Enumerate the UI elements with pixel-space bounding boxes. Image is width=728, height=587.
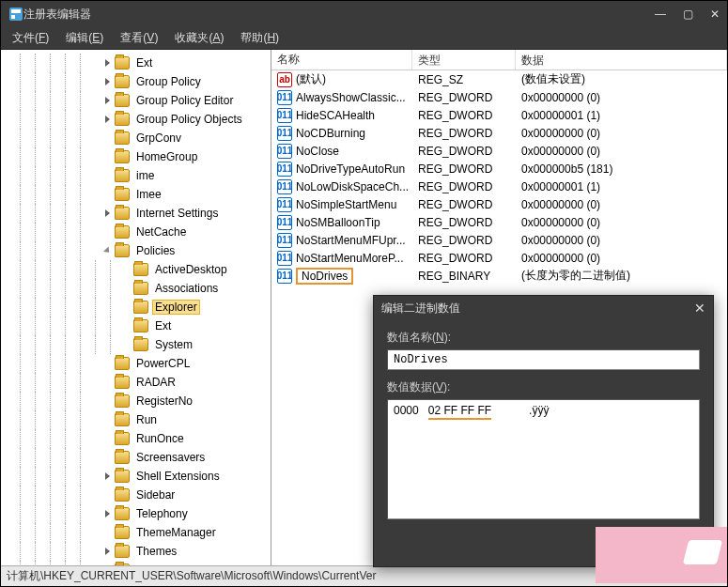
value-row[interactable]: 011NoCloseREG_DWORD0x00000000 (0) (271, 142, 727, 160)
tree-node[interactable]: ThemeManager (1, 523, 271, 542)
collapse-icon[interactable] (102, 246, 113, 256)
value-row[interactable]: 011NoCDBurningREG_DWORD0x00000000 (0) (271, 124, 727, 142)
expand-icon[interactable] (102, 96, 113, 106)
tree-node[interactable]: Uninstall (1, 561, 271, 565)
menu-v[interactable]: 查看(V) (113, 28, 165, 48)
tree-node[interactable]: System (1, 335, 271, 354)
tree-label: Group Policy (133, 74, 204, 89)
value-name: NoSimpleStartMenu (296, 198, 396, 211)
expand-icon[interactable] (102, 58, 113, 69)
tree-node[interactable]: ActiveDesktop (1, 260, 271, 279)
tree-node[interactable]: Associations (1, 279, 271, 298)
dialog-close-button[interactable]: ✕ (694, 301, 705, 316)
expand-icon[interactable] (102, 471, 113, 482)
tree-label: Sidebar (133, 487, 178, 502)
tree-node[interactable]: Group Policy Objects (1, 110, 271, 129)
hex-editor[interactable]: 0000 02 FF FF FF .ÿÿÿ (387, 399, 700, 519)
tree-pane[interactable]: ExtGroup PolicyGroup Policy EditorGroup … (1, 50, 271, 565)
tree-spacer (102, 453, 113, 463)
tree-label: Explorer (152, 300, 200, 315)
value-type: REG_DWORD (412, 91, 516, 104)
window-title: 注册表编辑器 (23, 7, 655, 23)
col-type[interactable]: 类型 (412, 50, 516, 70)
binary-value-icon: 011 (277, 108, 292, 123)
menu-f[interactable]: 文件(F) (5, 28, 56, 48)
tree-spacer (102, 359, 113, 369)
menu-a[interactable]: 收藏夹(A) (167, 28, 231, 48)
expand-icon[interactable] (102, 547, 113, 557)
folder-icon (115, 169, 130, 182)
tree-node[interactable]: Imee (1, 185, 271, 204)
value-name: (默认) (296, 71, 326, 87)
value-data: 0x00000000 (0) (516, 127, 727, 140)
tree-node[interactable]: Group Policy Editor (1, 91, 271, 110)
expand-icon[interactable] (102, 209, 113, 219)
tree-label: System (152, 337, 195, 352)
tree-node[interactable]: Explorer (1, 298, 271, 317)
value-type: REG_DWORD (412, 216, 516, 229)
col-data[interactable]: 数据 (516, 50, 727, 70)
tree-node[interactable]: Internet Settings (1, 204, 271, 223)
expand-icon[interactable] (102, 509, 113, 519)
tree-node[interactable]: Screensavers (1, 448, 271, 467)
tree-node[interactable]: Sidebar (1, 486, 271, 504)
close-button[interactable]: ✕ (710, 8, 720, 21)
tree-label: Associations (152, 281, 221, 296)
value-row[interactable]: 011NoDrivesREG_BINARY(长度为零的二进制值) (271, 267, 727, 285)
value-row[interactable]: ab(默认)REG_SZ(数值未设置) (271, 70, 727, 88)
folder-icon (115, 94, 130, 107)
tree-node[interactable]: Shell Extensions (1, 467, 271, 486)
value-data: (数值未设置) (516, 71, 727, 87)
tree-node[interactable]: GrpConv (1, 129, 271, 147)
tree-node[interactable]: ime (1, 166, 271, 185)
tree-spacer (102, 396, 113, 407)
tree-spacer (102, 434, 113, 444)
tree-node[interactable]: NetCache (1, 223, 271, 241)
expand-icon[interactable] (102, 115, 113, 125)
value-row[interactable]: 011NoSimpleStartMenuREG_DWORD0x00000000 … (271, 195, 727, 213)
tree-node[interactable]: Policies (1, 241, 271, 260)
value-row[interactable]: 011NoSMBalloonTipREG_DWORD0x00000000 (0) (271, 213, 727, 231)
folder-icon (115, 244, 130, 257)
binary-value-icon: 011 (277, 162, 292, 177)
tree-node[interactable]: RegisterNo (1, 392, 271, 410)
minimize-button[interactable]: — (655, 8, 666, 21)
value-type: REG_DWORD (412, 127, 516, 140)
value-row[interactable]: 011AlwaysShowClassic...REG_DWORD0x000000… (271, 88, 727, 106)
tree-node[interactable]: RunOnce (1, 429, 271, 448)
value-row[interactable]: 011NoStartMenuMFUpr...REG_DWORD0x0000000… (271, 231, 727, 249)
maximize-button[interactable]: ▢ (683, 8, 693, 21)
value-type: REG_DWORD (412, 252, 516, 265)
tree-node[interactable]: Group Policy (1, 72, 271, 91)
tree-node[interactable]: Themes (1, 542, 271, 561)
value-name-input[interactable] (387, 349, 700, 370)
svg-rect-1 (11, 9, 21, 13)
value-row[interactable]: 011NoLowDiskSpaceCh...REG_DWORD0x0000000… (271, 178, 727, 195)
binary-value-icon: 011 (277, 233, 292, 248)
tree-node[interactable]: Telephony (1, 504, 271, 523)
tree-node[interactable]: PowerCPL (1, 354, 271, 373)
value-row[interactable]: 011NoStartMenuMoreP...REG_DWORD0x0000000… (271, 249, 727, 267)
menu-h[interactable]: 帮助(H) (233, 28, 287, 48)
tree-node[interactable]: RADAR (1, 373, 271, 392)
value-type: REG_DWORD (412, 198, 516, 211)
folder-icon (133, 338, 148, 351)
value-row[interactable]: 011NoDriveTypeAutoRunREG_DWORD0x000000b5… (271, 160, 727, 178)
tree-node[interactable]: Run (1, 410, 271, 429)
value-type: REG_DWORD (412, 234, 516, 247)
titlebar: 注册表编辑器 — ▢ ✕ (1, 1, 727, 27)
menubar: 文件(F)编辑(E)查看(V)收藏夹(A)帮助(H) (1, 27, 727, 50)
tree-node[interactable]: Ext (1, 54, 271, 72)
expand-icon[interactable] (102, 77, 113, 87)
value-type: REG_DWORD (412, 180, 516, 193)
value-row[interactable]: 011HideSCAHealthREG_DWORD0x00000001 (1) (271, 106, 727, 124)
tree-spacer (102, 190, 113, 200)
dialog-title: 编辑二进制数值 (381, 301, 694, 317)
col-name[interactable]: 名称 (271, 50, 412, 70)
tree-label: ime (133, 168, 157, 183)
menu-e[interactable]: 编辑(E) (58, 28, 111, 48)
tree-node[interactable]: Ext (1, 317, 271, 335)
list-header[interactable]: 名称 类型 数据 (271, 50, 727, 70)
tree-node[interactable]: HomeGroup (1, 147, 271, 166)
tree-spacer (121, 340, 132, 350)
